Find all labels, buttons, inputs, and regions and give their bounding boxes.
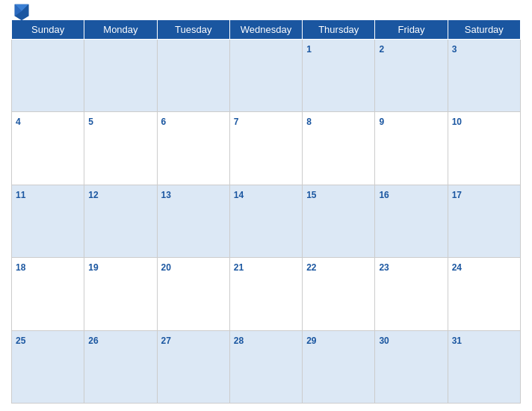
day-number: 16 (379, 190, 389, 200)
day-number: 26 (88, 336, 98, 346)
calendar-cell: 11 (12, 185, 84, 257)
day-number: 27 (161, 336, 171, 346)
calendar-cell: 21 (229, 258, 302, 330)
calendar-cell: 20 (157, 258, 229, 330)
calendar-cell: 7 (229, 112, 302, 185)
day-number: 12 (88, 190, 98, 200)
calendar-cell: 22 (303, 258, 375, 330)
day-number: 24 (452, 262, 462, 273)
calendar-week-row: 18192021222324 (12, 258, 521, 330)
calendar-cell: 18 (12, 258, 84, 330)
weekday-header-sunday: Sunday (12, 20, 84, 40)
day-number: 8 (306, 117, 312, 127)
calendar-cell (157, 40, 229, 112)
calendar-table: SundayMondayTuesdayWednesdayThursdayFrid… (11, 19, 521, 404)
calendar-cell: 8 (303, 112, 375, 185)
weekday-header-saturday: Saturday (448, 20, 520, 40)
calendar-cell: 31 (448, 330, 520, 403)
day-number: 19 (88, 262, 98, 273)
calendar-cell: 19 (84, 258, 157, 330)
calendar-cell (12, 40, 84, 112)
calendar-cell (84, 40, 157, 112)
calendar-cell: 16 (375, 185, 448, 257)
day-number: 7 (234, 117, 239, 127)
calendar-cell: 14 (229, 185, 302, 257)
day-number: 13 (161, 190, 171, 200)
day-number: 20 (161, 262, 171, 273)
calendar-cell: 10 (448, 112, 520, 185)
calendar-cell: 2 (375, 40, 448, 112)
calendar-week-row: 123 (12, 40, 521, 112)
day-number: 9 (379, 117, 384, 127)
calendar-cell: 17 (448, 185, 520, 257)
weekday-header-tuesday: Tuesday (157, 20, 229, 40)
day-number: 10 (452, 117, 462, 127)
day-number: 2 (379, 44, 384, 55)
day-number: 22 (306, 262, 316, 273)
calendar-cell: 4 (12, 112, 84, 185)
calendar-week-row: 11121314151617 (12, 185, 521, 257)
day-number: 18 (16, 262, 25, 273)
day-number: 29 (306, 336, 316, 346)
weekday-header-monday: Monday (84, 20, 157, 40)
calendar-cell: 27 (157, 330, 229, 403)
weekday-header-wednesday: Wednesday (229, 20, 302, 40)
calendar-cell: 30 (375, 330, 448, 403)
calendar-cell: 6 (157, 112, 229, 185)
logo (11, 1, 34, 22)
calendar-cell: 15 (303, 185, 375, 257)
weekday-header-row: SundayMondayTuesdayWednesdayThursdayFrid… (12, 20, 521, 40)
day-number: 6 (161, 117, 167, 127)
calendar-cell: 25 (12, 330, 84, 403)
day-number: 31 (452, 336, 462, 346)
day-number: 30 (379, 336, 389, 346)
calendar-cell: 23 (375, 258, 448, 330)
day-number: 3 (452, 44, 457, 55)
day-number: 23 (379, 262, 389, 273)
calendar-cell: 1 (303, 40, 375, 112)
calendar-cell: 26 (84, 330, 157, 403)
day-number: 15 (306, 190, 316, 200)
calendar-week-row: 45678910 (12, 112, 521, 185)
calendar-cell: 28 (229, 330, 302, 403)
calendar-cell: 5 (84, 112, 157, 185)
day-number: 21 (234, 262, 244, 273)
day-number: 1 (306, 44, 312, 55)
calendar-cell: 29 (303, 330, 375, 403)
weekday-header-thursday: Thursday (303, 20, 375, 40)
day-number: 11 (16, 190, 25, 200)
day-number: 4 (16, 117, 21, 127)
calendar-cell (229, 40, 302, 112)
calendar-week-row: 25262728293031 (12, 330, 521, 403)
calendar-cell: 3 (448, 40, 520, 112)
calendar-cell: 13 (157, 185, 229, 257)
logo-icon (11, 1, 32, 22)
calendar-cell: 12 (84, 185, 157, 257)
day-number: 28 (234, 336, 244, 346)
calendar-cell: 24 (448, 258, 520, 330)
calendar-header (11, 7, 521, 15)
weekday-header-friday: Friday (375, 20, 448, 40)
day-number: 17 (452, 190, 462, 200)
day-number: 5 (88, 117, 93, 127)
day-number: 25 (16, 336, 25, 346)
day-number: 14 (234, 190, 244, 200)
calendar-cell: 9 (375, 112, 448, 185)
